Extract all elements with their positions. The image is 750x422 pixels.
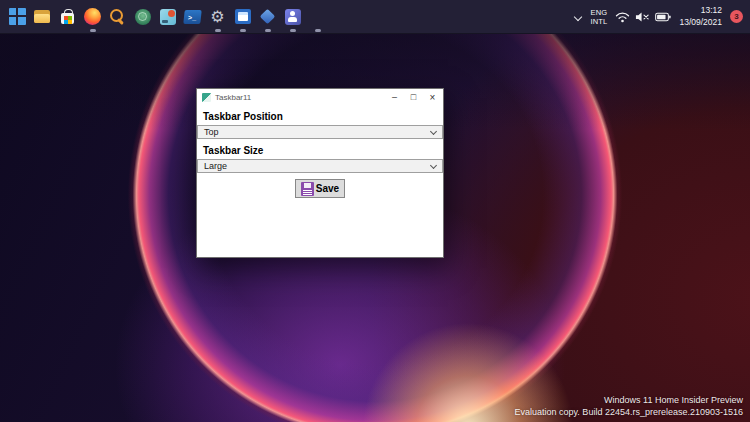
settings-taskbar-button[interactable] [205,0,230,34]
teams-taskbar-button[interactable] [280,0,305,34]
desktop: ENG INTL 13:12 [0,0,750,422]
taskbar-position-dropdown[interactable]: Top [197,125,443,139]
teams-icon [285,9,301,25]
running-indicator [240,29,246,32]
infinity-app-icon [309,8,326,25]
taskbar-app-row [0,0,330,34]
floppy-disk-icon [301,182,314,196]
notification-badge[interactable]: 3 [730,10,743,23]
running-indicator [290,29,296,32]
tray-chevron-icon[interactable] [574,13,582,21]
taskbar11-window: Taskbar11 – □ × Taskbar Position Top Tas… [196,88,444,258]
tray-date: 13/09/2021 [679,17,722,28]
wifi-icon [615,11,630,23]
cube-app-icon [259,8,276,25]
firefox-taskbar-button[interactable] [80,0,105,34]
window-app-taskbar-button[interactable] [230,0,255,34]
titlebar[interactable]: Taskbar11 – □ × [197,89,443,105]
quick-settings[interactable] [615,11,671,23]
battery-icon [655,11,671,23]
firefox-icon [84,8,101,25]
start-icon [9,8,26,25]
window-app-icon [235,9,251,24]
save-button[interactable]: Save [295,179,345,198]
language-line2: INTL [590,17,607,26]
explorer-icon [34,8,51,25]
running-indicator [315,29,321,32]
powershell-taskbar-button[interactable] [180,0,205,34]
save-button-label: Save [316,183,339,194]
explorer-taskbar-button[interactable] [30,0,55,34]
taskbar-position-label: Taskbar Position [197,105,443,125]
system-tray: ENG INTL 13:12 [574,5,750,27]
taskbar-size-dropdown[interactable]: Large [197,159,443,173]
green-app-taskbar-button[interactable] [130,0,155,34]
powershell-icon [183,10,201,24]
chevron-down-icon [430,163,436,169]
taskbar-size-label: Taskbar Size [197,139,443,159]
close-button[interactable]: × [425,90,440,105]
language-line1: ENG [590,8,607,17]
store-icon [59,8,76,25]
infinity-app-taskbar-button[interactable] [305,0,330,34]
green-app-icon [135,9,151,25]
tray-time: 13:12 [679,5,722,16]
window-title: Taskbar11 [215,93,383,102]
running-indicator [215,29,221,32]
taskbar-size-value: Large [204,161,227,171]
store-taskbar-button[interactable] [55,0,80,34]
map-app-taskbar-button[interactable] [155,0,180,34]
save-row: Save [197,179,443,198]
app-icon [202,93,211,102]
running-indicator [90,29,96,32]
maximize-button[interactable]: □ [406,90,421,105]
taskbar: ENG INTL 13:12 [0,0,750,34]
watermark-line1: Windows 11 Home Insider Preview [515,394,744,406]
chevron-down-icon [430,129,436,135]
minimize-button[interactable]: – [387,90,402,105]
taskbar-position-value: Top [204,127,219,137]
map-app-icon [160,9,176,25]
cube-app-taskbar-button[interactable] [255,0,280,34]
running-indicator [265,29,271,32]
watermark-line2: Evaluation copy. Build 22454.rs_prerelea… [515,406,744,418]
watermark: Windows 11 Home Insider Preview Evaluati… [515,394,744,418]
start-taskbar-button[interactable] [5,0,30,34]
search-taskbar-button[interactable] [105,0,130,34]
volume-muted-icon [635,11,650,23]
clock[interactable]: 13:12 13/09/2021 [679,5,722,27]
settings-icon [209,8,226,25]
search-icon [109,8,126,25]
language-indicator[interactable]: ENG INTL [590,8,607,26]
